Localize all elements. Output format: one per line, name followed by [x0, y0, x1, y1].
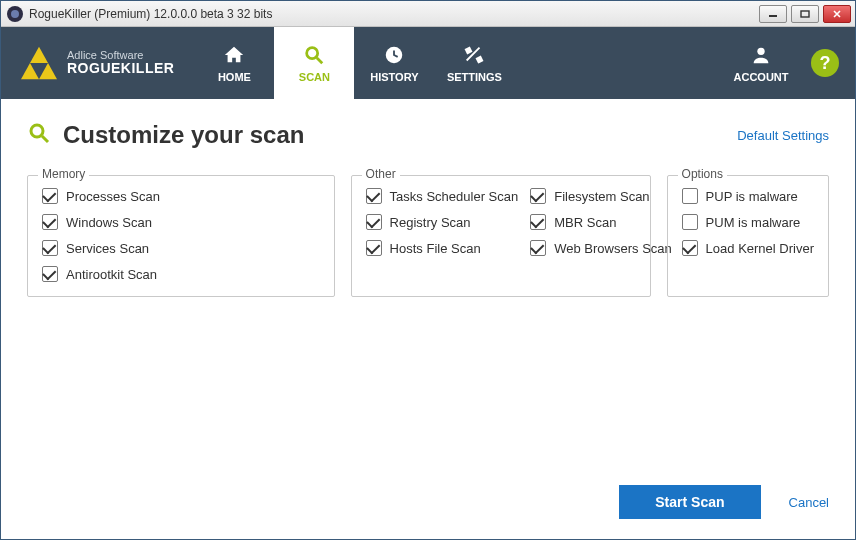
svg-line-7 [317, 58, 323, 64]
home-icon [223, 43, 245, 67]
svg-point-6 [307, 48, 318, 59]
chk-antirootkit-scan-checkbox[interactable] [42, 266, 58, 282]
minimize-button[interactable] [759, 5, 787, 23]
chk-web-browsers-scan-label: Web Browsers Scan [554, 241, 672, 256]
tab-settings[interactable]: SETTINGS [434, 27, 514, 99]
tab-settings-label: SETTINGS [447, 71, 502, 83]
cancel-link[interactable]: Cancel [789, 495, 829, 510]
svg-rect-2 [801, 11, 809, 17]
brand: Adlice Software ROGUEKILLER [1, 27, 194, 99]
maximize-button[interactable] [791, 5, 819, 23]
chk-windows-scan-label: Windows Scan [66, 215, 152, 230]
svg-line-11 [42, 136, 48, 142]
chk-load-kernel-driver-checkbox[interactable] [682, 240, 698, 256]
group-options-legend: Options [678, 167, 727, 181]
group-other-legend: Other [362, 167, 400, 181]
chk-pum-is-malware[interactable]: PUM is malware [682, 214, 814, 230]
group-memory: Memory Processes ScanWindows ScanService… [27, 175, 335, 297]
nav-tabs: HOME SCAN HISTORY SETTINGS [194, 27, 514, 99]
chk-filesystem-scan-label: Filesystem Scan [554, 189, 649, 204]
start-scan-button[interactable]: Start Scan [619, 485, 760, 519]
default-settings-link[interactable]: Default Settings [737, 128, 829, 143]
app-icon [7, 6, 23, 22]
svg-marker-3 [30, 47, 48, 63]
chk-processes-scan-checkbox[interactable] [42, 188, 58, 204]
search-icon [303, 43, 325, 67]
chk-processes-scan[interactable]: Processes Scan [42, 188, 320, 204]
history-icon [383, 43, 405, 67]
chk-web-browsers-scan[interactable]: Web Browsers Scan [530, 240, 672, 256]
page-heading-row: Customize your scan Default Settings [27, 121, 829, 149]
tab-scan-label: SCAN [299, 71, 330, 83]
chk-registry-scan[interactable]: Registry Scan [366, 214, 519, 230]
tab-history-label: HISTORY [370, 71, 418, 83]
logo-icon [21, 46, 57, 80]
svg-point-10 [31, 125, 43, 137]
page-title: Customize your scan [63, 121, 304, 149]
chk-mbr-scan[interactable]: MBR Scan [530, 214, 672, 230]
tab-account[interactable]: ACCOUNT [725, 43, 797, 83]
chk-hosts-file-scan[interactable]: Hosts File Scan [366, 240, 519, 256]
chk-filesystem-scan[interactable]: Filesystem Scan [530, 188, 672, 204]
chk-pum-is-malware-checkbox[interactable] [682, 214, 698, 230]
chk-filesystem-scan-checkbox[interactable] [530, 188, 546, 204]
titlebar: RogueKiller (Premium) 12.0.0.0 beta 3 32… [1, 1, 855, 27]
chk-tasks-scheduler-scan-label: Tasks Scheduler Scan [390, 189, 519, 204]
svg-rect-1 [769, 15, 777, 17]
tab-history[interactable]: HISTORY [354, 27, 434, 99]
brand-bottom: ROGUEKILLER [67, 61, 174, 76]
chk-services-scan[interactable]: Services Scan [42, 240, 320, 256]
chk-hosts-file-scan-checkbox[interactable] [366, 240, 382, 256]
tab-scan[interactable]: SCAN [274, 27, 354, 99]
window-title: RogueKiller (Premium) 12.0.0.0 beta 3 32… [29, 7, 272, 21]
chk-windows-scan-checkbox[interactable] [42, 214, 58, 230]
svg-point-9 [757, 48, 764, 55]
content: Customize your scan Default Settings Mem… [1, 99, 855, 539]
footer: Start Scan Cancel [27, 469, 829, 523]
chk-pum-is-malware-label: PUM is malware [706, 215, 801, 230]
svg-marker-5 [39, 63, 57, 79]
chk-load-kernel-driver[interactable]: Load Kernel Driver [682, 240, 814, 256]
scan-groups: Memory Processes ScanWindows ScanService… [27, 175, 829, 297]
chk-processes-scan-label: Processes Scan [66, 189, 160, 204]
help-button[interactable]: ? [811, 49, 839, 77]
nav-header: Adlice Software ROGUEKILLER HOME SCAN [1, 27, 855, 99]
group-options: Options PUP is malwarePUM is malwareLoad… [667, 175, 829, 297]
chk-registry-scan-checkbox[interactable] [366, 214, 382, 230]
chk-web-browsers-scan-checkbox[interactable] [530, 240, 546, 256]
chk-pup-is-malware-checkbox[interactable] [682, 188, 698, 204]
account-icon [750, 43, 772, 67]
search-icon [27, 121, 51, 149]
window-controls [759, 5, 851, 23]
chk-tasks-scheduler-scan[interactable]: Tasks Scheduler Scan [366, 188, 519, 204]
chk-pup-is-malware-label: PUP is malware [706, 189, 798, 204]
chk-load-kernel-driver-label: Load Kernel Driver [706, 241, 814, 256]
app-window: RogueKiller (Premium) 12.0.0.0 beta 3 32… [0, 0, 856, 540]
help-icon: ? [820, 53, 831, 74]
chk-mbr-scan-checkbox[interactable] [530, 214, 546, 230]
chk-tasks-scheduler-scan-checkbox[interactable] [366, 188, 382, 204]
chk-antirootkit-scan-label: Antirootkit Scan [66, 267, 157, 282]
chk-hosts-file-scan-label: Hosts File Scan [390, 241, 481, 256]
group-memory-legend: Memory [38, 167, 89, 181]
chk-services-scan-checkbox[interactable] [42, 240, 58, 256]
close-button[interactable] [823, 5, 851, 23]
chk-antirootkit-scan[interactable]: Antirootkit Scan [42, 266, 320, 282]
svg-point-0 [11, 10, 19, 18]
chk-windows-scan[interactable]: Windows Scan [42, 214, 320, 230]
tab-account-label: ACCOUNT [734, 71, 789, 83]
group-other: Other Tasks Scheduler ScanRegistry ScanH… [351, 175, 651, 297]
chk-services-scan-label: Services Scan [66, 241, 149, 256]
settings-icon [463, 43, 485, 67]
tab-home-label: HOME [218, 71, 251, 83]
chk-registry-scan-label: Registry Scan [390, 215, 471, 230]
tab-home[interactable]: HOME [194, 27, 274, 99]
svg-marker-4 [21, 63, 39, 79]
chk-mbr-scan-label: MBR Scan [554, 215, 616, 230]
chk-pup-is-malware[interactable]: PUP is malware [682, 188, 814, 204]
